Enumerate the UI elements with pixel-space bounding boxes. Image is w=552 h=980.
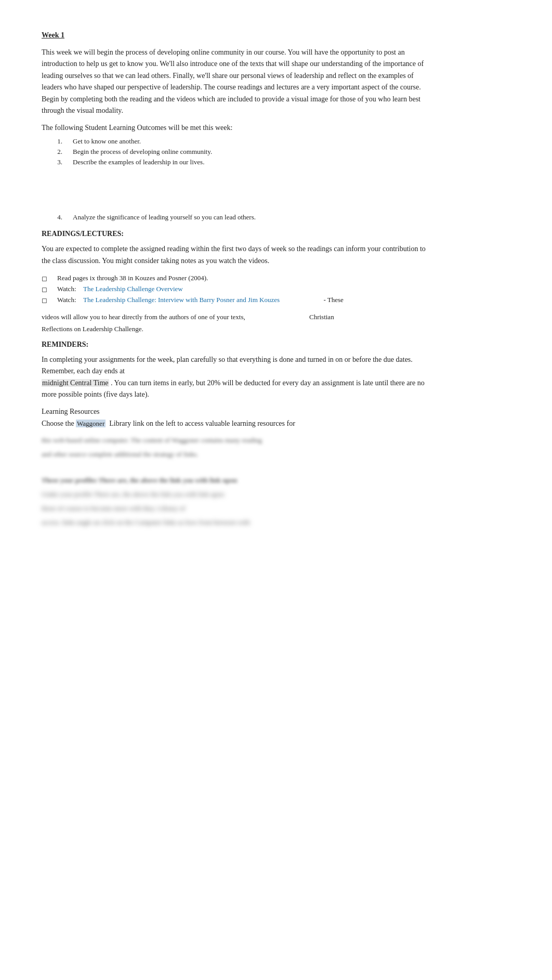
blurred-line-1: this web-based online computer. The cont… <box>42 435 426 446</box>
christian-text: Christian <box>247 313 334 321</box>
page-container: Week 1 This week we will begin the proce… <box>0 0 468 563</box>
blurred-section-content: Under your profile There are, the above … <box>42 489 426 528</box>
list-num-1: 1. <box>42 137 73 146</box>
list-item: 2. Begin the process of developing onlin… <box>42 148 426 156</box>
library-link-text: Library link on the left to access valua… <box>109 420 295 427</box>
list-text-1: Get to know one another. <box>73 137 141 146</box>
bullet-icon-3: ◻ <box>42 296 57 305</box>
spacer-1 <box>42 172 426 213</box>
reminders-section: REMINDERS: In completing your assignment… <box>42 341 426 401</box>
choose-line: Choose the Waggoner Library link on the … <box>42 418 426 429</box>
outcome-4-text: Analyze the significance of leading your… <box>73 213 256 221</box>
waggoner-highlight: Waggoner <box>76 420 106 427</box>
blurred-section: These your profiles There are, the above… <box>42 475 426 528</box>
leadership-interview-link[interactable]: The Leadership Challenge: Interview with… <box>83 296 280 304</box>
bullet-list: ◻ Read pages ix through 38 in Kouzes and… <box>42 274 426 305</box>
bullet-text-1: Read pages ix through 38 in Kouzes and P… <box>57 274 208 282</box>
blurred-block-1: this web-based online computer. The cont… <box>42 435 426 460</box>
leadership-overview-link[interactable]: The Leadership Challenge Overview <box>83 285 183 293</box>
readings-paragraph: You are expected to complete the assigne… <box>42 243 426 267</box>
videos-note-text: videos will allow you to hear directly f… <box>42 313 245 321</box>
outcome-4: 4. Analyze the significance of leading y… <box>42 213 426 221</box>
bullet-label-3: Watch: <box>57 296 83 304</box>
bullet-label-2: Watch: <box>57 285 83 293</box>
outcomes-list: 1. Get to know one another. 2. Begin the… <box>42 137 426 166</box>
choose-the-text: Choose the <box>42 420 74 427</box>
blurred-line-2: and other source complete additional the… <box>42 449 426 460</box>
learning-resources-heading: Learning Resources <box>42 408 426 416</box>
videos-note-container: videos will allow you to hear directly f… <box>42 312 426 323</box>
intro-paragraph: This week we will begin the process of d… <box>42 47 426 116</box>
reminders-heading: REMINDERS: <box>42 341 426 349</box>
learning-resources-section: Learning Resources Choose the Waggoner L… <box>42 408 426 528</box>
list-num-2: 2. <box>42 148 73 156</box>
readings-heading: READINGS/LECTURES: <box>42 230 426 238</box>
bullet-after-text-3: - These <box>281 296 344 304</box>
outcome-4-num: 4. <box>42 213 73 221</box>
list-item: 1. Get to know one another. <box>42 137 426 146</box>
learning-outcomes-intro: The following Student Learning Outcomes … <box>42 124 426 132</box>
bullet-link-container-3: The Leadership Challenge: Interview with… <box>83 296 344 304</box>
list-text-3: Describe the examples of leadership in o… <box>73 158 204 166</box>
bullet-item-2: ◻ Watch: The Leadership Challenge Overvi… <box>42 285 426 294</box>
reflections-text: Reflections on Leadership Challenge. <box>42 325 426 333</box>
list-item: 3. Describe the examples of leadership i… <box>42 158 426 166</box>
bullet-item-3: ◻ Watch: The Leadership Challenge: Inter… <box>42 296 426 305</box>
week-title: Week 1 <box>42 31 426 40</box>
list-text-2: Begin the process of developing online c… <box>73 148 212 156</box>
midnight-text: midnight Central Time <box>42 379 109 387</box>
list-num-3: 3. <box>42 158 73 166</box>
bullet-item-1: ◻ Read pages ix through 38 in Kouzes and… <box>42 274 426 283</box>
blurred-section-line-1: Under your profile There are, the above … <box>42 489 426 500</box>
blurred-section-line-2: those of course to become more with they… <box>42 503 426 514</box>
blurred-section-line-3: access. links angle an click on the Comp… <box>42 517 426 528</box>
bullet-icon-1: ◻ <box>42 274 57 283</box>
bullet-icon-2: ◻ <box>42 285 57 294</box>
reminders-paragraph: In completing your assignments for the w… <box>42 354 426 401</box>
blurred-heading: These your profiles There are, the above… <box>42 475 426 486</box>
reminders-para-1: In completing your assignments for the w… <box>42 356 413 375</box>
